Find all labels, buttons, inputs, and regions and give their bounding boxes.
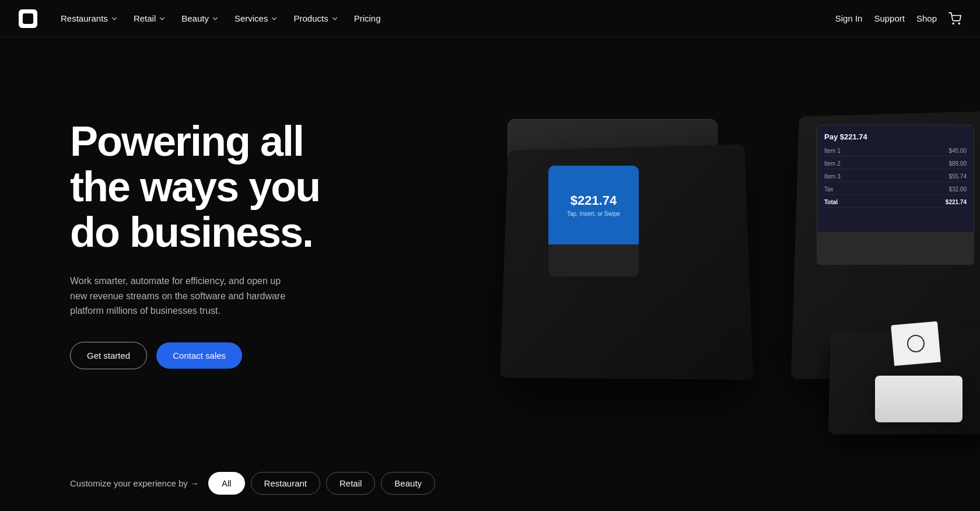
nav-item-restaurants[interactable]: Restaurants [54, 9, 125, 28]
chevron-down-icon [158, 15, 166, 23]
filter-pill-all[interactable]: All [208, 472, 245, 495]
chevron-down-icon [211, 15, 219, 23]
display-stand [817, 233, 974, 265]
nav-menu: Restaurants Retail Beauty [54, 9, 388, 28]
display-row: Item 1$45.00 [824, 146, 967, 156]
display-row: Item 3$55.74 [824, 172, 967, 182]
shop-link[interactable]: Shop [916, 13, 937, 23]
logo[interactable] [19, 9, 37, 28]
filter-row: Customize your experience by → All Resta… [0, 456, 980, 511]
customize-label: Customize your experience by → [70, 478, 199, 488]
nav-right: Sign In Support Shop [835, 12, 961, 25]
nav-item-beauty[interactable]: Beauty [174, 9, 226, 28]
hero-visual: $221.74 Tap, Insert, or Swipe Pay $221.7… [420, 37, 980, 511]
cart-icon[interactable] [949, 12, 961, 25]
get-started-button[interactable]: Get started [70, 342, 147, 369]
printer-body [875, 376, 963, 422]
filter-pill-beauty[interactable]: Beauty [381, 472, 435, 495]
svg-point-0 [953, 23, 954, 24]
pos-tap-text: Tap, Insert, or Swipe [567, 211, 620, 217]
hero-section: $221.74 Tap, Insert, or Swipe Pay $221.7… [0, 37, 980, 511]
hero-title: Powering all the ways you do business. [70, 119, 373, 255]
pos-amount: $221.74 [570, 193, 617, 208]
filter-pill-restaurant[interactable]: Restaurant [251, 472, 320, 495]
filter-pills: All Restaurant Retail Beauty [208, 472, 435, 495]
large-display: Pay $221.74 Item 1$45.00 Item 2$89.00 It… [817, 125, 980, 265]
nav-item-pricing[interactable]: Pricing [347, 9, 388, 28]
display-screen: Pay $221.74 Item 1$45.00 Item 2$89.00 It… [817, 125, 974, 233]
support-link[interactable]: Support [874, 13, 905, 23]
hero-buttons: Get started Contact sales [70, 342, 373, 369]
receipt-paper: ✓ [891, 321, 941, 366]
display-row: Item 2$89.00 [824, 159, 967, 169]
navbar: Restaurants Retail Beauty [0, 0, 980, 37]
pos-base [548, 244, 639, 276]
display-rows: Item 1$45.00 Item 2$89.00 Item 3$55.74 T… [824, 146, 967, 208]
receipt-printer: ✓ [875, 341, 968, 422]
logo-icon [19, 9, 37, 28]
hero-subtitle: Work smarter, automate for efficiency, a… [70, 274, 292, 318]
chevron-down-icon [110, 15, 118, 23]
filter-pill-retail[interactable]: Retail [326, 472, 375, 495]
nav-item-services[interactable]: Services [228, 9, 286, 28]
svg-point-1 [958, 23, 960, 24]
platform-scene: $221.74 Tap, Insert, or Swipe Pay $221.7… [478, 72, 980, 481]
display-row: Total$221.74 [824, 197, 967, 208]
display-header: Pay $221.74 [824, 132, 967, 141]
chevron-down-icon [270, 15, 278, 23]
sign-in-link[interactable]: Sign In [835, 13, 863, 23]
nav-item-retail[interactable]: Retail [127, 9, 173, 28]
hero-content: Powering all the ways you do business. W… [70, 84, 373, 369]
chevron-down-icon [331, 15, 339, 23]
pos-terminal: $221.74 Tap, Insert, or Swipe [548, 166, 642, 276]
nav-item-products[interactable]: Products [286, 9, 345, 28]
pos-screen: $221.74 Tap, Insert, or Swipe [548, 166, 639, 244]
display-row: Tax$32.00 [824, 184, 967, 195]
contact-sales-button[interactable]: Contact sales [156, 342, 242, 369]
receipt-check-icon: ✓ [907, 334, 926, 354]
